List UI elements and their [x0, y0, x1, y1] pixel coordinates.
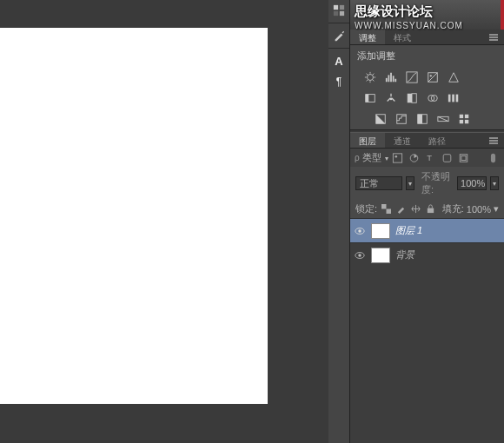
layer-thumbnail[interactable]: [371, 223, 390, 239]
adjustments-tabs: 调整 样式: [350, 30, 504, 45]
filter-toggle[interactable]: [486, 152, 500, 164]
tab-layers[interactable]: 图层: [350, 133, 385, 148]
filter-adjustment-icon[interactable]: [408, 152, 421, 164]
tab-channels[interactable]: 通道: [385, 133, 420, 148]
blend-mode-dropdown[interactable]: 正常: [355, 176, 402, 190]
svg-rect-35: [443, 154, 451, 162]
svg-rect-25: [418, 115, 422, 124]
blend-mode-arrow[interactable]: ▾: [406, 176, 414, 190]
layer-name[interactable]: 图层 1: [395, 224, 422, 237]
svg-rect-19: [448, 95, 451, 102]
svg-rect-13: [366, 95, 369, 102]
collapsed-panel-strip: A ¶: [328, 0, 349, 443]
fill-label: 填充:: [442, 202, 464, 215]
color-balance-icon[interactable]: [383, 91, 399, 105]
brightness-contrast-icon[interactable]: [362, 70, 378, 84]
svg-rect-6: [388, 75, 390, 82]
fill-arrow[interactable]: ▾: [494, 203, 499, 215]
levels-icon[interactable]: [383, 70, 399, 84]
tab-adjustments[interactable]: 调整: [350, 30, 385, 44]
lock-all-icon[interactable]: [424, 203, 436, 215]
svg-rect-28: [465, 115, 468, 118]
lock-position-icon[interactable]: [409, 203, 421, 215]
visibility-toggle[interactable]: [350, 251, 369, 260]
lock-transparency-icon[interactable]: [380, 203, 392, 215]
svg-point-32: [395, 155, 398, 158]
svg-rect-15: [408, 94, 412, 103]
tab-paths[interactable]: 路径: [420, 133, 454, 148]
svg-rect-29: [460, 120, 463, 123]
vibrance-icon[interactable]: [446, 70, 461, 84]
layer-row[interactable]: 背景: [350, 242, 504, 267]
threshold-icon[interactable]: [414, 112, 430, 126]
svg-rect-30: [465, 120, 468, 123]
filter-smart-icon[interactable]: [457, 152, 471, 164]
exposure-icon[interactable]: [425, 70, 441, 84]
adjustment-icons-row1: [350, 67, 504, 88]
filter-shape-icon[interactable]: [441, 152, 454, 164]
svg-rect-20: [452, 95, 454, 102]
filter-type-icon[interactable]: T: [424, 152, 438, 164]
lock-fill-row: 锁定: 填充: 100% ▾: [350, 200, 504, 218]
svg-rect-21: [456, 95, 459, 102]
svg-rect-7: [390, 73, 392, 83]
svg-point-4: [368, 75, 374, 81]
gradient-map-icon[interactable]: [435, 112, 451, 126]
close-strip[interactable]: [501, 0, 504, 30]
svg-rect-40: [386, 209, 391, 215]
svg-rect-3: [340, 11, 344, 16]
layers-list: 图层 1 背景: [350, 218, 504, 443]
svg-point-43: [358, 229, 361, 232]
svg-rect-31: [394, 153, 402, 162]
posterize-icon[interactable]: [394, 112, 409, 126]
svg-rect-27: [460, 115, 463, 118]
opacity-value[interactable]: 100%: [457, 176, 487, 190]
svg-rect-37: [461, 155, 466, 160]
adjustment-icons-row3: [350, 109, 504, 129]
swatches-icon[interactable]: [328, 0, 349, 21]
svg-point-45: [358, 254, 361, 256]
svg-rect-9: [395, 79, 396, 83]
histogram-panel: [350, 0, 504, 30]
svg-text:T: T: [427, 153, 432, 162]
lock-label: 锁定:: [355, 202, 377, 215]
document-canvas[interactable]: [0, 28, 268, 404]
layer-row[interactable]: 图层 1: [350, 218, 504, 242]
blend-opacity-row: 正常 ▾ 不透明度: 100% ▾: [350, 167, 504, 200]
hue-saturation-icon[interactable]: [362, 91, 378, 105]
svg-rect-39: [381, 204, 387, 209]
adjustment-icons-row2: [350, 88, 504, 109]
svg-rect-2: [334, 11, 338, 16]
layers-tabs: 图层 通道 路径: [350, 133, 504, 149]
brush-icon[interactable]: [328, 25, 349, 46]
filter-pixel-icon[interactable]: [391, 152, 405, 164]
visibility-toggle[interactable]: [350, 227, 369, 235]
svg-rect-41: [427, 208, 433, 214]
layer-thumbnail[interactable]: [371, 248, 390, 263]
selective-color-icon[interactable]: [456, 112, 472, 126]
invert-icon[interactable]: [373, 112, 388, 126]
panel-menu-icon[interactable]: [488, 32, 499, 43]
adjustments-title: 添加调整: [350, 45, 504, 67]
svg-rect-1: [340, 5, 344, 10]
layer-name[interactable]: 背景: [395, 248, 414, 261]
paragraph-icon[interactable]: ¶: [328, 71, 349, 92]
fill-value[interactable]: 100%: [467, 204, 491, 215]
lock-pixels-icon[interactable]: [395, 203, 407, 215]
tab-styles[interactable]: 样式: [385, 30, 420, 44]
svg-rect-38: [490, 153, 494, 162]
opacity-label: 不透明度:: [421, 170, 454, 196]
filter-type-dropdown[interactable]: 类型▾: [362, 151, 388, 164]
black-white-icon[interactable]: [404, 91, 420, 105]
channel-mixer-icon[interactable]: [446, 91, 461, 105]
character-icon[interactable]: A: [328, 50, 349, 71]
photo-filter-icon[interactable]: [425, 91, 441, 105]
curves-icon[interactable]: [404, 70, 420, 84]
right-panel-group: 调整 样式 添加调整 图层 通道 路径 ρ 类型▾ T: [349, 0, 504, 443]
svg-rect-16: [412, 94, 416, 103]
panel-menu-icon[interactable]: [488, 136, 499, 146]
svg-rect-5: [386, 78, 388, 82]
opacity-arrow[interactable]: ▾: [490, 176, 499, 190]
layer-filter-row: ρ 类型▾ T: [350, 149, 504, 167]
svg-point-14: [390, 98, 393, 101]
